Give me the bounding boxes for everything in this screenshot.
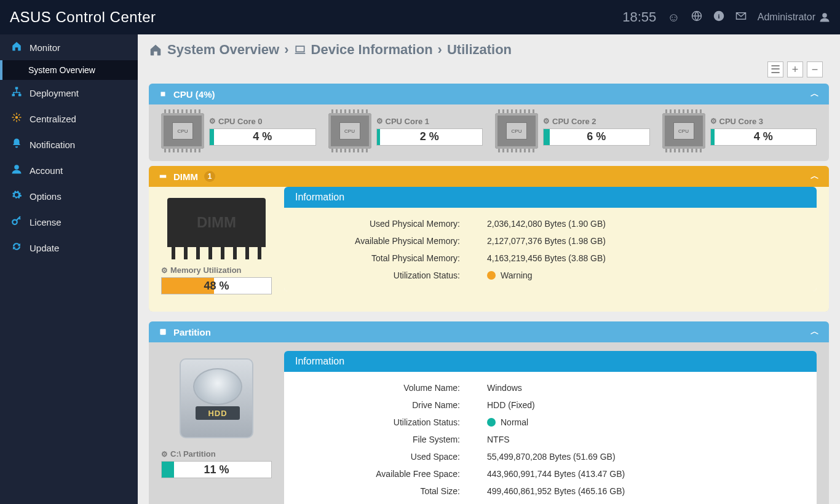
dimm-warning-badge: 1 [204, 171, 215, 182]
dimm-meter: DIMM Memory Utilization 48 % [161, 187, 272, 294]
dimm-meter-bar: 48 % [161, 277, 272, 294]
sidebar-item-label: Account [30, 165, 63, 176]
admin-label: Administrator [758, 12, 815, 23]
chevron-right-icon: › [438, 42, 442, 58]
dimm-info-box: Information Used Physical Memory:2,036,1… [284, 187, 817, 291]
cpu-chip-icon: CPU [328, 113, 371, 149]
dimm-icon [159, 172, 167, 181]
breadcrumb-device-information[interactable]: Device Information [311, 42, 433, 58]
info-icon[interactable]: i [713, 10, 724, 25]
status-dot-warning-icon [487, 271, 496, 280]
cpu-core-label: CPU Core 0 [209, 117, 316, 126]
home-icon [11, 41, 22, 54]
admin-menu[interactable]: Administrator [758, 12, 830, 23]
dimm-panel-header[interactable]: DIMM 1 ︿ [149, 166, 829, 187]
svg-point-3 [822, 13, 827, 18]
cpu-panel-title: CPU (4%) [173, 89, 215, 100]
sidebar-item-options[interactable]: Options [0, 183, 138, 209]
sidebar-item-deployment[interactable]: Deployment [0, 80, 138, 106]
user-icon [819, 12, 830, 23]
info-row-status: Utilization Status:Normal [284, 414, 817, 431]
expand-all-button[interactable]: + [787, 61, 803, 77]
cpu-core-value: 4 % [754, 130, 773, 143]
topbar: ASUS Control Center 18:55 ☺ i Administra… [0, 0, 840, 34]
breadcrumb-utilization: Utilization [447, 42, 512, 58]
sidebar-item-notification[interactable]: Notification [0, 132, 138, 157]
svg-rect-10 [296, 46, 304, 52]
gear-icon [11, 189, 22, 203]
list-view-button[interactable]: ☰ [767, 61, 783, 77]
content-area: System Overview › Device Information › U… [138, 34, 840, 504]
chevron-up-icon[interactable]: ︿ [810, 89, 819, 100]
panel-toolbar: ☰ + − [767, 61, 823, 77]
cpu-core-label: CPU Core 1 [376, 117, 483, 126]
sitemap-icon [11, 86, 22, 100]
dimm-chip-icon: DIMM [167, 198, 266, 247]
sidebar-item-label: License [30, 217, 61, 227]
info-row: Total Physical Memory:4,163,219,456 Byte… [284, 250, 817, 267]
info-row: File System:NTFS [284, 431, 817, 448]
sidebar-subitem-system-overview[interactable]: System Overview [0, 60, 138, 80]
info-row: Used Physical Memory:2,036,142,080 Bytes… [284, 215, 817, 232]
sidebar-item-label: Monitor [30, 42, 60, 53]
info-row: Total Size:499,460,861,952 Bytes (465.16… [284, 482, 817, 500]
info-row-status: Utilization Status:Warning [284, 267, 817, 284]
sidebar-item-monitor[interactable]: Monitor [0, 34, 138, 60]
key-icon [11, 215, 22, 229]
collapse-all-button[interactable]: − [807, 61, 823, 77]
cpu-panel-header[interactable]: CPU (4%) ︿ [149, 84, 829, 104]
bell-icon [11, 138, 22, 151]
sidebar-item-label: Centralized [30, 114, 76, 124]
cpu-chip-icon: CPU [161, 113, 204, 149]
globe-icon[interactable] [691, 10, 702, 25]
cpu-core-bar: 4 % [209, 128, 316, 146]
svg-rect-6 [18, 94, 22, 96]
user-icon [11, 163, 22, 177]
svg-rect-4 [15, 87, 18, 90]
smile-icon[interactable]: ☺ [667, 10, 680, 25]
info-row: Drive Name:HDD (Fixed) [284, 396, 817, 414]
sidebar-item-label: Notification [30, 140, 75, 150]
partition-meter-value: 11 % [204, 463, 229, 476]
mail-icon[interactable] [735, 10, 747, 25]
sidebar-item-centralized[interactable]: Centralized [0, 106, 138, 132]
info-row: Available Physical Memory:2,127,077,376 … [284, 232, 817, 250]
sidebar-item-update[interactable]: Update [0, 235, 138, 261]
dimm-meter-value: 48 % [204, 280, 229, 293]
cpu-core-label: CPU Core 2 [543, 117, 650, 126]
brand-title: ASUS Control Center [10, 9, 156, 26]
chevron-up-icon[interactable]: ︿ [810, 326, 819, 337]
cpu-core-0: CPUCPU Core 04 % [161, 113, 316, 149]
partition-panel-title: Partition [173, 327, 211, 337]
cpu-core-value: 2 % [420, 130, 439, 143]
partition-info-box: Information Volume Name:WindowsDrive Nam… [284, 351, 817, 504]
sidebar-item-account[interactable]: Account [0, 157, 138, 183]
sidebar-item-license[interactable]: License [0, 209, 138, 235]
target-icon [11, 112, 22, 125]
sidebar: Monitor System Overview Deployment Centr… [0, 34, 138, 504]
chevron-right-icon: › [284, 42, 288, 58]
dimm-meter-label: Memory Utilization [161, 266, 272, 275]
hdd-icon [159, 328, 167, 336]
clock: 18:55 [622, 9, 656, 25]
cpu-core-bar: 4 % [710, 128, 817, 146]
cpu-chip-icon: CPU [662, 113, 705, 149]
cpu-core-2: CPUCPU Core 26 % [495, 113, 650, 149]
cpu-core-label: CPU Core 3 [710, 117, 817, 126]
chevron-up-icon[interactable]: ︿ [810, 171, 819, 182]
cpu-core-1: CPUCPU Core 12 % [328, 113, 483, 149]
cpu-core-bar: 2 % [376, 128, 483, 146]
svg-point-9 [12, 220, 17, 225]
breadcrumb-system-overview[interactable]: System Overview [167, 42, 279, 58]
svg-text:i: i [718, 12, 719, 19]
laptop-icon [294, 44, 306, 56]
svg-point-7 [15, 116, 18, 119]
cpu-icon [159, 90, 167, 98]
partition-panel-header[interactable]: Partition ︿ [149, 321, 829, 342]
info-row: Volume Name:Windows [284, 379, 817, 396]
cpu-panel: CPU (4%) ︿ CPUCPU Core 04 %CPUCPU Core 1… [149, 84, 829, 161]
cpu-core-3: CPUCPU Core 34 % [662, 113, 817, 149]
info-row: Available Free Space:443,960,991,744 Byt… [284, 465, 817, 482]
home-icon [149, 43, 162, 57]
partition-info-title: Information [284, 351, 817, 372]
